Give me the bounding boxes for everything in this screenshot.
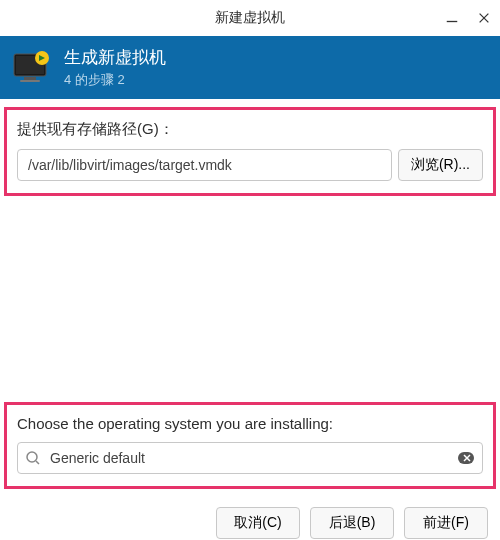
minimize-icon (445, 11, 459, 25)
os-search-input[interactable] (17, 442, 483, 474)
cancel-button[interactable]: 取消(C) (216, 507, 300, 539)
window-title: 新建虚拟机 (215, 9, 285, 27)
storage-path-label: 提供现有存储路径(G)： (17, 120, 483, 139)
storage-path-input[interactable] (17, 149, 392, 181)
monitor-icon (12, 50, 52, 86)
os-search-wrap (17, 442, 483, 474)
wizard-title: 生成新虚拟机 (64, 46, 166, 69)
window-controls (444, 0, 492, 36)
close-button[interactable] (476, 10, 492, 26)
storage-path-row: 浏览(R)... (17, 149, 483, 181)
minimize-button[interactable] (444, 10, 460, 26)
clear-icon[interactable] (457, 449, 475, 467)
storage-section: 提供现有存储路径(G)： 浏览(R)... (4, 107, 496, 196)
os-section: Choose the operating system you are inst… (4, 402, 496, 489)
back-button[interactable]: 后退(B) (310, 507, 394, 539)
wizard-header: 生成新虚拟机 4 的步骤 2 (0, 36, 500, 99)
wizard-content: 提供现有存储路径(G)： 浏览(R)... Choose the operati… (0, 107, 500, 489)
spacer (0, 204, 500, 394)
titlebar: 新建虚拟机 (0, 0, 500, 36)
svg-rect-5 (24, 77, 36, 80)
close-icon (477, 11, 491, 25)
wizard-footer: 取消(C) 后退(B) 前进(F) (0, 497, 500, 540)
svg-rect-6 (20, 80, 40, 82)
wizard-header-text: 生成新虚拟机 4 的步骤 2 (64, 46, 166, 89)
wizard-step: 4 的步骤 2 (64, 71, 166, 89)
os-label: Choose the operating system you are inst… (17, 415, 483, 432)
forward-button[interactable]: 前进(F) (404, 507, 488, 539)
browse-button[interactable]: 浏览(R)... (398, 149, 483, 181)
